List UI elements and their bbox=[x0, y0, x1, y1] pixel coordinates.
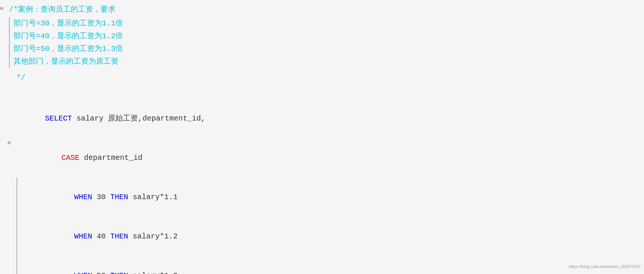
then-keyword-1: THEN bbox=[110, 193, 128, 201]
when-keyword-1: WHEN bbox=[74, 193, 92, 201]
comment-line-3: 部门号=50，显示的工资为1.3倍 bbox=[13, 43, 644, 55]
code-editor: ⊝ /*案例：查询员工的工资，要求 部门号=30，显示的工资为1.1倍 部门号=… bbox=[0, 0, 644, 274]
sql-block: SELECT salary 原始工资,department_id, ⊝ CASE… bbox=[0, 99, 644, 274]
select-line: SELECT salary 原始工资,department_id, bbox=[7, 99, 644, 138]
then-keyword-3: THEN bbox=[110, 271, 128, 274]
case-expr: department_id bbox=[79, 153, 142, 162]
comment-block: ⊝ /*案例：查询员工的工资，要求 部门号=30，显示的工资为1.1倍 部门号=… bbox=[0, 4, 644, 84]
when-line-2: WHEN 40 THEN salary*1.2 bbox=[20, 217, 644, 256]
when-keyword-2: WHEN bbox=[74, 232, 92, 241]
when-expr-3: salary*1.3 bbox=[128, 271, 178, 274]
comment-line-1: 部门号=30，显示的工资为1.1倍 bbox=[13, 17, 644, 30]
when-expr-2: salary*1.2 bbox=[128, 232, 178, 241]
then-keyword-2: THEN bbox=[110, 232, 128, 241]
select-statement: SELECT salary 原始工资,department_id, bbox=[9, 99, 644, 138]
when-val-3: 50 bbox=[92, 271, 110, 274]
case-collapse-icon[interactable]: ⊝ bbox=[7, 139, 10, 147]
when-line-1: WHEN 30 THEN salary*1.1 bbox=[20, 177, 644, 217]
comment-header: /*案例：查询员工的工资，要求 bbox=[9, 5, 115, 14]
case-line: CASE department_id bbox=[16, 138, 644, 177]
case-keyword: CASE bbox=[61, 153, 79, 162]
select-keyword: SELECT bbox=[45, 114, 72, 123]
comment-body: 部门号=30，显示的工资为1.1倍 部门号=40，显示的工资为1.2倍 部门号=… bbox=[9, 17, 644, 68]
when-val-2: 40 bbox=[92, 232, 110, 241]
when-val-1: 30 bbox=[92, 193, 110, 201]
case-inner: WHEN 30 THEN salary*1.1 WHEN 40 THEN sal… bbox=[16, 177, 644, 274]
when-line-3: WHEN 50 THEN salary*1.3 bbox=[20, 256, 644, 274]
watermark: https://blog.csdn.net/weixin_45567037/ bbox=[569, 264, 640, 270]
when-expr-1: salary*1.1 bbox=[128, 193, 178, 201]
comment-footer: */ bbox=[9, 73, 25, 82]
comment-line-4: 其他部门，显示的工资为原工资 bbox=[13, 55, 644, 68]
comment-collapse-icon[interactable]: ⊝ bbox=[0, 4, 3, 13]
case-block: ⊝ CASE department_id WHEN 30 THEN salary… bbox=[7, 138, 644, 274]
case-statement: CASE department_id bbox=[16, 138, 644, 177]
select-rest: salary 原始工资,department_id, bbox=[72, 114, 205, 123]
when-keyword-3: WHEN bbox=[74, 271, 92, 274]
comment-line-2: 部门号=40，显示的工资为1.2倍 bbox=[13, 30, 644, 43]
